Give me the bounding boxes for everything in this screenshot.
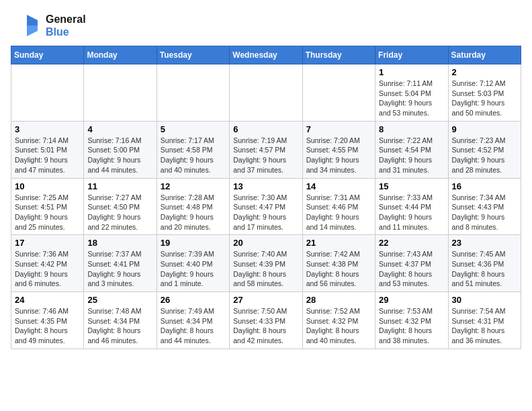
logo-svg bbox=[11, 11, 40, 40]
day-cell: 13Sunrise: 7:30 AM Sunset: 4:47 PM Dayli… bbox=[230, 178, 302, 235]
day-info: Sunrise: 7:43 AM Sunset: 4:37 PM Dayligh… bbox=[379, 249, 444, 289]
day-info: Sunrise: 7:40 AM Sunset: 4:39 PM Dayligh… bbox=[233, 249, 298, 289]
day-number: 11 bbox=[87, 181, 152, 191]
day-number: 6 bbox=[233, 124, 298, 134]
day-info: Sunrise: 7:49 AM Sunset: 4:34 PM Dayligh… bbox=[161, 306, 226, 346]
day-number: 2 bbox=[452, 67, 517, 77]
day-cell: 18Sunrise: 7:37 AM Sunset: 4:41 PM Dayli… bbox=[84, 235, 157, 292]
day-header-friday: Friday bbox=[375, 46, 448, 64]
week-row-1: 1Sunrise: 7:11 AM Sunset: 5:04 PM Daylig… bbox=[11, 64, 521, 122]
day-info: Sunrise: 7:31 AM Sunset: 4:46 PM Dayligh… bbox=[306, 193, 371, 232]
day-number: 15 bbox=[379, 181, 444, 191]
day-header-wednesday: Wednesday bbox=[230, 46, 302, 64]
day-number: 14 bbox=[306, 181, 371, 191]
day-cell bbox=[230, 64, 302, 122]
day-number: 16 bbox=[452, 181, 517, 191]
day-cell: 17Sunrise: 7:36 AM Sunset: 4:42 PM Dayli… bbox=[11, 235, 84, 292]
logo: GeneralBlue bbox=[11, 11, 86, 40]
day-info: Sunrise: 7:28 AM Sunset: 4:48 PM Dayligh… bbox=[161, 193, 226, 232]
day-cell: 25Sunrise: 7:48 AM Sunset: 4:34 PM Dayli… bbox=[84, 292, 157, 349]
day-info: Sunrise: 7:48 AM Sunset: 4:34 PM Dayligh… bbox=[87, 306, 152, 346]
day-cell: 29Sunrise: 7:53 AM Sunset: 4:32 PM Dayli… bbox=[375, 292, 448, 349]
day-number: 7 bbox=[306, 124, 371, 134]
day-cell bbox=[302, 64, 375, 122]
week-row-2: 3Sunrise: 7:14 AM Sunset: 5:01 PM Daylig… bbox=[11, 121, 521, 178]
day-cell bbox=[157, 64, 229, 122]
day-number: 27 bbox=[233, 295, 298, 305]
day-header-sunday: Sunday bbox=[11, 46, 84, 64]
day-number: 4 bbox=[87, 124, 152, 134]
day-header-tuesday: Tuesday bbox=[157, 46, 229, 64]
calendar-header-row: SundayMondayTuesdayWednesdayThursdayFrid… bbox=[11, 46, 521, 64]
day-cell: 1Sunrise: 7:11 AM Sunset: 5:04 PM Daylig… bbox=[375, 64, 448, 122]
day-cell: 11Sunrise: 7:27 AM Sunset: 4:50 PM Dayli… bbox=[84, 178, 157, 235]
day-cell: 26Sunrise: 7:49 AM Sunset: 4:34 PM Dayli… bbox=[157, 292, 229, 349]
day-number: 22 bbox=[379, 238, 444, 248]
day-number: 18 bbox=[87, 238, 152, 248]
day-cell: 12Sunrise: 7:28 AM Sunset: 4:48 PM Dayli… bbox=[157, 178, 229, 235]
day-cell bbox=[11, 64, 84, 122]
week-row-5: 24Sunrise: 7:46 AM Sunset: 4:35 PM Dayli… bbox=[11, 292, 521, 349]
week-row-3: 10Sunrise: 7:25 AM Sunset: 4:51 PM Dayli… bbox=[11, 178, 521, 235]
day-cell: 5Sunrise: 7:17 AM Sunset: 4:58 PM Daylig… bbox=[157, 121, 229, 178]
day-cell: 4Sunrise: 7:16 AM Sunset: 5:00 PM Daylig… bbox=[84, 121, 157, 178]
day-number: 8 bbox=[379, 124, 444, 134]
day-info: Sunrise: 7:53 AM Sunset: 4:32 PM Dayligh… bbox=[379, 306, 444, 346]
day-cell: 30Sunrise: 7:54 AM Sunset: 4:31 PM Dayli… bbox=[448, 292, 521, 349]
day-cell: 24Sunrise: 7:46 AM Sunset: 4:35 PM Dayli… bbox=[11, 292, 84, 349]
day-info: Sunrise: 7:52 AM Sunset: 4:32 PM Dayligh… bbox=[306, 306, 371, 346]
day-cell: 2Sunrise: 7:12 AM Sunset: 5:03 PM Daylig… bbox=[448, 64, 521, 122]
day-number: 20 bbox=[233, 238, 298, 248]
day-info: Sunrise: 7:11 AM Sunset: 5:04 PM Dayligh… bbox=[379, 79, 444, 118]
day-number: 25 bbox=[87, 295, 152, 305]
day-info: Sunrise: 7:25 AM Sunset: 4:51 PM Dayligh… bbox=[15, 193, 80, 232]
week-row-4: 17Sunrise: 7:36 AM Sunset: 4:42 PM Dayli… bbox=[11, 235, 521, 292]
day-cell: 19Sunrise: 7:39 AM Sunset: 4:40 PM Dayli… bbox=[157, 235, 229, 292]
day-info: Sunrise: 7:30 AM Sunset: 4:47 PM Dayligh… bbox=[233, 193, 298, 232]
day-cell: 10Sunrise: 7:25 AM Sunset: 4:51 PM Dayli… bbox=[11, 178, 84, 235]
day-info: Sunrise: 7:22 AM Sunset: 4:54 PM Dayligh… bbox=[379, 136, 444, 175]
day-cell: 7Sunrise: 7:20 AM Sunset: 4:55 PM Daylig… bbox=[302, 121, 375, 178]
day-cell: 22Sunrise: 7:43 AM Sunset: 4:37 PM Dayli… bbox=[375, 235, 448, 292]
day-info: Sunrise: 7:17 AM Sunset: 4:58 PM Dayligh… bbox=[161, 136, 226, 175]
day-number: 9 bbox=[452, 124, 517, 134]
logo-general: General bbox=[46, 13, 86, 26]
day-number: 24 bbox=[15, 295, 80, 305]
day-info: Sunrise: 7:16 AM Sunset: 5:00 PM Dayligh… bbox=[87, 136, 152, 175]
day-cell bbox=[84, 64, 157, 122]
day-number: 28 bbox=[306, 295, 371, 305]
calendar: SundayMondayTuesdayWednesdayThursdayFrid… bbox=[11, 46, 521, 349]
day-info: Sunrise: 7:50 AM Sunset: 4:33 PM Dayligh… bbox=[233, 306, 298, 346]
day-cell: 14Sunrise: 7:31 AM Sunset: 4:46 PM Dayli… bbox=[302, 178, 375, 235]
day-cell: 28Sunrise: 7:52 AM Sunset: 4:32 PM Dayli… bbox=[302, 292, 375, 349]
day-info: Sunrise: 7:20 AM Sunset: 4:55 PM Dayligh… bbox=[306, 136, 371, 175]
day-number: 13 bbox=[233, 181, 298, 191]
day-cell: 27Sunrise: 7:50 AM Sunset: 4:33 PM Dayli… bbox=[230, 292, 302, 349]
day-info: Sunrise: 7:37 AM Sunset: 4:41 PM Dayligh… bbox=[87, 249, 152, 289]
day-number: 26 bbox=[161, 295, 226, 305]
day-cell: 23Sunrise: 7:45 AM Sunset: 4:36 PM Dayli… bbox=[448, 235, 521, 292]
day-number: 5 bbox=[161, 124, 226, 134]
day-number: 21 bbox=[306, 238, 371, 248]
day-number: 3 bbox=[15, 124, 80, 134]
day-number: 19 bbox=[161, 238, 226, 248]
day-number: 29 bbox=[379, 295, 444, 305]
day-info: Sunrise: 7:34 AM Sunset: 4:43 PM Dayligh… bbox=[452, 193, 517, 232]
header: GeneralBlue bbox=[11, 11, 521, 40]
day-info: Sunrise: 7:39 AM Sunset: 4:40 PM Dayligh… bbox=[161, 249, 226, 289]
day-header-thursday: Thursday bbox=[302, 46, 375, 64]
day-cell: 6Sunrise: 7:19 AM Sunset: 4:57 PM Daylig… bbox=[230, 121, 302, 178]
day-header-saturday: Saturday bbox=[448, 46, 521, 64]
day-info: Sunrise: 7:42 AM Sunset: 4:38 PM Dayligh… bbox=[306, 249, 371, 289]
day-info: Sunrise: 7:27 AM Sunset: 4:50 PM Dayligh… bbox=[87, 193, 152, 232]
day-number: 30 bbox=[452, 295, 517, 305]
day-info: Sunrise: 7:46 AM Sunset: 4:35 PM Dayligh… bbox=[15, 306, 80, 346]
day-number: 23 bbox=[452, 238, 517, 248]
day-cell: 9Sunrise: 7:23 AM Sunset: 4:52 PM Daylig… bbox=[448, 121, 521, 178]
day-info: Sunrise: 7:12 AM Sunset: 5:03 PM Dayligh… bbox=[452, 79, 517, 118]
day-info: Sunrise: 7:19 AM Sunset: 4:57 PM Dayligh… bbox=[233, 136, 298, 175]
day-info: Sunrise: 7:36 AM Sunset: 4:42 PM Dayligh… bbox=[15, 249, 80, 289]
day-number: 17 bbox=[15, 238, 80, 248]
logo-blue: Blue bbox=[46, 26, 86, 38]
day-cell: 16Sunrise: 7:34 AM Sunset: 4:43 PM Dayli… bbox=[448, 178, 521, 235]
